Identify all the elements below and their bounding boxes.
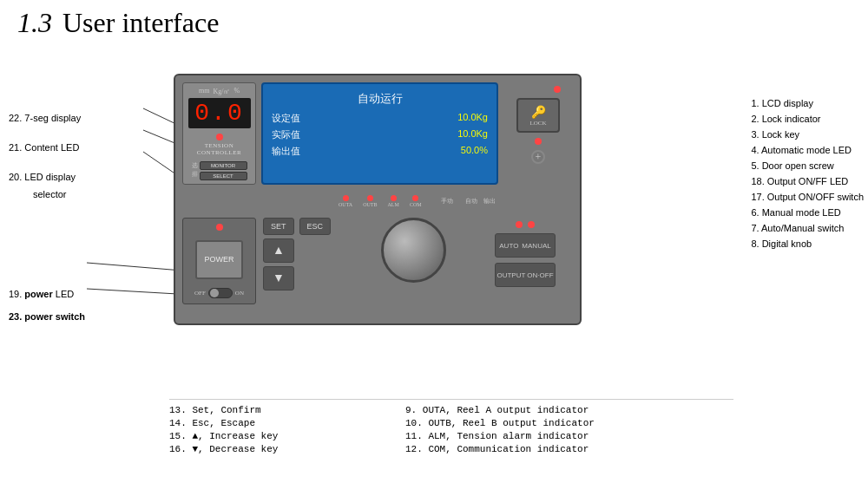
ann-21-text: 21. Content LED: [9, 142, 79, 153]
ann-18: 18. Output ON/FF LED: [751, 176, 864, 186]
ann-8: 8. Digital knob: [751, 238, 864, 249]
ann-6: 6. Manual mode LED: [751, 207, 864, 218]
manual-mode-led: [516, 221, 523, 228]
esc-button[interactable]: ESC: [299, 218, 332, 235]
ann-20-selector: selector: [33, 189, 67, 199]
power-section: POWER OFF ON: [182, 218, 256, 304]
lock-label: LOCK: [529, 120, 546, 127]
alm-label: ALM: [388, 202, 399, 207]
mode-section: AUTO MANUAL OUTPUT ON·OFF: [477, 218, 573, 290]
lcd-row-3: 输出值 50.0%: [272, 145, 488, 158]
unit-labels: mm Kg/㎡ %: [199, 87, 240, 96]
lcd-label-2: 实际值: [272, 128, 300, 141]
left-panel: mm Kg/㎡ % 0.0 TENSION CONTROLLER 选排 MONI…: [182, 82, 256, 185]
up-arrow-button[interactable]: ▲: [263, 238, 294, 263]
com-led: [412, 195, 418, 201]
unit-percent: %: [233, 87, 240, 96]
output-onoff-led: [528, 221, 535, 228]
lcd-value-2: 10.0Kg: [457, 128, 488, 141]
set-esc-row: SET ESC: [263, 218, 350, 235]
com-label: COM: [410, 202, 422, 207]
indicator-row: OUTA OUTB ALM COM 手动 自动 输出: [175, 188, 580, 214]
ann-20b: selector: [9, 189, 81, 199]
caption-10: 10. OUTB, Reel B output indicator: [405, 418, 733, 428]
outa-indicator: OUTA: [339, 195, 352, 207]
arrow-buttons: ▲ ▼: [263, 238, 350, 290]
caption-12: 12. COM, Communication indicator: [405, 444, 733, 454]
tension-controller-label: TENSION CONTROLLER: [187, 142, 252, 156]
caption-14: 14. Esc, Escape: [169, 418, 388, 428]
lock-key-button[interactable]: 🔑 LOCK: [516, 98, 560, 133]
alm-led: [391, 195, 397, 201]
output-onoff-label: OUTPUT ON·OFF: [496, 271, 553, 279]
ann-20-text: 20. LED display: [9, 172, 76, 182]
seven-seg-display: 0.0: [188, 98, 251, 128]
ann-19-bold: power: [24, 289, 52, 299]
ann-20a: 20. LED display: [9, 172, 81, 182]
unit-mm: mm: [199, 87, 209, 96]
outb-led: [367, 195, 373, 201]
ann-7: 7. Auto/Manual switch: [751, 223, 864, 233]
section-number: 1.3: [17, 7, 52, 39]
caption-9: 9. OUTA, Reel A output indicator: [405, 405, 733, 415]
switch-knob: [210, 289, 219, 297]
caption-col-left: 13. Set, Confirm 14. Esc, Escape 15. ▲, …: [169, 405, 388, 457]
power-button[interactable]: POWER: [195, 240, 243, 279]
ann-3: 3. Lock key: [751, 129, 864, 140]
ann-19: 19. power LED: [9, 289, 85, 299]
outa-led: [343, 195, 349, 201]
ann-17: 17. Output ON/OFF switch: [751, 192, 864, 202]
lcd-value-1: 10.0Kg: [457, 112, 488, 125]
set-esc-area: SET ESC ▲ ▼: [263, 218, 350, 290]
ann-21: 21. Content LED: [9, 142, 81, 153]
lcd-label-1: 设定值: [272, 112, 300, 125]
caption-15: 15. ▲, Increase key: [169, 431, 388, 441]
auto-manual-switch[interactable]: AUTO MANUAL: [495, 233, 556, 258]
alm-indicator: ALM: [388, 195, 399, 207]
controller-body: mm Kg/㎡ % 0.0 TENSION CONTROLLER 选排 MONI…: [174, 74, 582, 325]
output-onoff-switch[interactable]: OUTPUT ON·OFF: [495, 263, 556, 287]
ann-23: 23. power switch: [9, 311, 85, 322]
down-arrow-button[interactable]: ▼: [263, 266, 294, 290]
door-screw[interactable]: [531, 150, 545, 164]
outb-label: OUTB: [363, 202, 377, 207]
right-top-panel: 🔑 LOCK: [503, 82, 573, 185]
off-label: OFF: [194, 290, 206, 297]
page-title: User interface: [62, 7, 219, 39]
on-label: ON: [235, 290, 244, 297]
select-button[interactable]: SELECT: [200, 172, 247, 180]
bottom-captions: 13. Set, Confirm 14. Esc, Escape 15. ▲, …: [169, 399, 733, 457]
caption-16: 16. ▼, Decrease key: [169, 444, 388, 454]
ann-1: 1. LCD display: [751, 98, 864, 108]
lcd-label-3: 输出值: [272, 145, 300, 158]
outb-indicator: OUTB: [363, 195, 377, 207]
ann-22: 22. 7-seg display: [9, 113, 81, 123]
ann-2: 2. Lock indicator: [751, 114, 864, 124]
caption-col-right: 9. OUTA, Reel A output indicator 10. OUT…: [405, 405, 733, 457]
ann-5: 5. Door open screw: [751, 160, 864, 171]
lcd-display: 自动运行 设定值 10.0Kg 实际值 10.0Kg 输出值 50.0%: [261, 82, 498, 185]
lock-icon: 🔑: [531, 105, 546, 120]
auto-label: AUTO: [499, 242, 518, 250]
auto-mode-led: [535, 138, 542, 145]
knob-area: [357, 218, 470, 283]
power-switch-row: OFF ON: [194, 288, 244, 298]
monitor-button[interactable]: MONITOR: [200, 161, 247, 170]
caption-11: 11. ALM, Tension alarm indicator: [405, 431, 733, 441]
digital-knob[interactable]: [381, 218, 446, 283]
lock-indicator-led: [554, 86, 561, 93]
set-button[interactable]: SET: [263, 218, 294, 235]
power-switch[interactable]: [208, 288, 233, 298]
lcd-value-3: 50.0%: [461, 145, 488, 158]
outa-label: OUTA: [339, 202, 352, 207]
unit-kg: Kg/㎡: [213, 87, 230, 96]
lcd-title: 自动运行: [272, 91, 488, 107]
power-led: [216, 224, 223, 231]
content-led: [216, 134, 223, 140]
ann-23-bold: 23. power switch: [9, 311, 85, 322]
lcd-row-2: 实际值 10.0Kg: [272, 128, 488, 141]
controller-panel: mm Kg/㎡ % 0.0 TENSION CONTROLLER 选排 MONI…: [174, 74, 582, 325]
bottom-controls: POWER OFF ON SET ESC: [175, 214, 580, 318]
ann-4: 4. Automatic mode LED: [751, 145, 864, 155]
mode-leds: [516, 221, 535, 228]
